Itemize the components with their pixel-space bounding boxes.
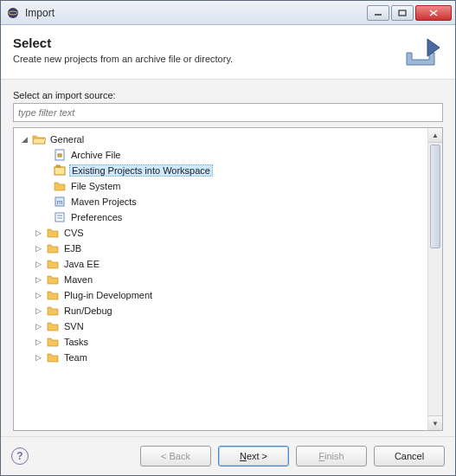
scroll-down-button[interactable]: ▼ [428, 415, 442, 430]
expand-icon[interactable]: ▷ [33, 291, 43, 299]
tree-node-file-system[interactable]: File System [14, 178, 427, 194]
tree-node-team[interactable]: ▷ Team [14, 350, 427, 365]
expand-icon[interactable]: ▷ [33, 306, 43, 315]
tree-label: Existing Projects into Workspace [69, 164, 213, 177]
expand-icon[interactable]: ▷ [33, 275, 43, 284]
scroll-track[interactable] [428, 143, 442, 415]
tree-label: CVS [62, 228, 86, 238]
content-area: Select an import source: ◢ General Archi… [1, 80, 455, 436]
tree-label: File System [69, 181, 122, 191]
folder-icon [46, 335, 60, 349]
tree-label: Run/Debug [62, 306, 114, 316]
vertical-scrollbar[interactable]: ▲ ▼ [427, 128, 442, 430]
tree-label: Maven Projects [69, 196, 138, 207]
eclipse-icon [6, 6, 20, 20]
tree-node-plugin-dev[interactable]: ▷ Plug-in Development [14, 287, 427, 303]
import-source-tree: ◢ General Archive File Exis [13, 127, 443, 431]
tree-label: EJB [62, 243, 83, 254]
banner-title: Select [13, 35, 395, 50]
svg-rect-11 [55, 213, 64, 222]
tree-node-ejb[interactable]: ▷ EJB [14, 241, 427, 256]
close-button[interactable] [415, 5, 452, 21]
expand-icon[interactable]: ▷ [33, 228, 43, 237]
expand-icon[interactable]: ▷ [33, 260, 43, 268]
filter-input[interactable] [13, 103, 443, 122]
source-label: Select an import source: [13, 90, 443, 100]
tree-label: General [48, 134, 86, 145]
folder-icon [46, 257, 60, 271]
projects-icon [53, 164, 67, 177]
banner-description: Create new projects from an archive file… [13, 54, 395, 64]
svg-rect-8 [55, 167, 65, 175]
scroll-thumb[interactable] [430, 145, 440, 248]
window-title: Import [25, 7, 367, 19]
tree-node-general[interactable]: ◢ General [14, 132, 427, 147]
tree-node-java-ee[interactable]: ▷ Java EE [14, 256, 427, 272]
tree-node-cvs[interactable]: ▷ CVS [14, 225, 427, 241]
expand-icon[interactable]: ▷ [33, 322, 43, 331]
wizard-banner: Select Create new projects from an archi… [1, 25, 455, 80]
expand-icon[interactable]: ▷ [33, 244, 43, 253]
svg-text:m: m [57, 198, 63, 206]
expand-icon[interactable]: ▷ [33, 338, 43, 346]
cancel-button[interactable]: Cancel [374, 446, 445, 466]
folder-icon [53, 179, 67, 193]
tree-node-existing-projects[interactable]: Existing Projects into Workspace [14, 163, 427, 178]
tree-label: Plug-in Development [62, 290, 154, 300]
expand-icon[interactable]: ▷ [33, 353, 43, 362]
tree-node-maven-projects[interactable]: m Maven Projects [14, 194, 427, 209]
prefs-icon [53, 210, 67, 224]
tree-label: Java EE [62, 259, 101, 269]
maven-icon: m [53, 195, 67, 209]
svg-rect-3 [399, 10, 406, 16]
tree-node-svn[interactable]: ▷ SVN [14, 318, 427, 334]
folder-icon [46, 273, 60, 286]
tree-node-preferences[interactable]: Preferences [14, 209, 427, 225]
archive-icon [53, 148, 67, 162]
folder-icon [46, 226, 60, 240]
import-icon [401, 35, 443, 70]
next-button[interactable]: Next > [218, 446, 289, 466]
folder-icon [46, 304, 60, 318]
tree-node-archive-file[interactable]: Archive File [14, 147, 427, 163]
tree-label: Tasks [62, 337, 90, 347]
folder-icon [46, 288, 60, 302]
tree-node-maven[interactable]: ▷ Maven [14, 272, 427, 287]
import-dialog: Import Select Create new projects from a… [0, 0, 456, 476]
svg-point-0 [8, 8, 18, 18]
folder-icon [46, 319, 60, 333]
tree-label: Team [62, 352, 89, 363]
folder-open-icon [32, 132, 46, 146]
svg-rect-7 [58, 154, 61, 157]
back-button[interactable]: < Back [140, 446, 211, 466]
minimize-button[interactable] [367, 5, 389, 21]
tree-label: Maven [62, 274, 94, 285]
folder-icon [46, 241, 60, 255]
tree-node-run-debug[interactable]: ▷ Run/Debug [14, 303, 427, 318]
tree-viewport[interactable]: ◢ General Archive File Exis [14, 128, 427, 430]
button-bar: ? < Back Next > Finish Cancel [1, 436, 455, 475]
tree-label: Archive File [69, 150, 122, 160]
collapse-icon[interactable]: ◢ [19, 135, 29, 144]
help-button[interactable]: ? [11, 447, 29, 465]
titlebar[interactable]: Import [1, 1, 455, 25]
tree-label: SVN [62, 321, 86, 331]
folder-icon [46, 351, 60, 364]
maximize-button[interactable] [391, 5, 414, 21]
tree-node-tasks[interactable]: ▷ Tasks [14, 334, 427, 350]
scroll-up-button[interactable]: ▲ [428, 128, 442, 143]
tree-label: Preferences [69, 212, 124, 222]
finish-button[interactable]: Finish [296, 446, 367, 466]
